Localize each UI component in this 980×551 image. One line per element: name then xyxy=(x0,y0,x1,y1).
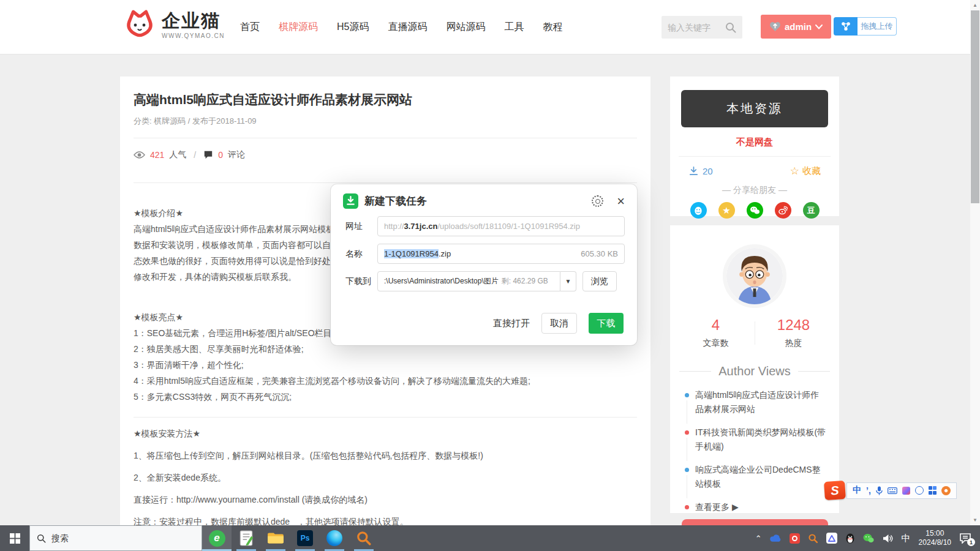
taskbar-clock[interactable]: 15:00 2024/8/10 xyxy=(919,529,951,547)
taskbar-app-image-search[interactable] xyxy=(349,525,379,551)
list-item[interactable]: 查看更多 ▶ xyxy=(685,500,827,514)
nav-item[interactable]: 教程 xyxy=(543,21,562,34)
destination-path-field[interactable]: :\Users\Administrator\Desktop\图片 剩: 462.… xyxy=(377,271,560,291)
ime-skin-icon[interactable] xyxy=(902,487,910,495)
share-douban-icon[interactable]: 豆 xyxy=(803,202,820,219)
admin-account-button[interactable]: admin xyxy=(761,15,831,39)
nav-item[interactable]: 棋牌源码 xyxy=(279,21,318,34)
download-task-icon xyxy=(343,193,358,209)
list-item[interactable]: 响应式高端企业公司DedeCMS整站模板 xyxy=(685,463,827,491)
scrollbar-down-arrow[interactable]: ▼ xyxy=(970,517,980,523)
taskbar-app-notepad[interactable] xyxy=(232,525,261,551)
site-logo[interactable]: 企业猫 WWW.QYMAO.CN xyxy=(123,8,225,42)
search-icon[interactable] xyxy=(725,22,736,33)
tray-360-icon[interactable] xyxy=(790,533,800,544)
eye-icon xyxy=(134,151,145,159)
share-weibo-icon[interactable] xyxy=(775,202,791,219)
list-item[interactable]: 高端html5响应式自适应设计师作品素材展示网站 xyxy=(685,388,827,416)
local-resource-card: 本地资源 不是网盘 20 ☆ 收藏 — 分享给朋友 — ★ xyxy=(670,77,839,216)
ime-toolbox-icon[interactable] xyxy=(929,486,937,495)
new-download-task-dialog: 新建下载任务 × 网址 http://3.71jc.cn/uploads/sof… xyxy=(331,184,637,345)
template-install-section: ★模板安装方法★1、将压缩包上传到空间，解压到网站根目录。(压缩包包括整站代码,… xyxy=(134,422,637,533)
favorite-label: 收藏 xyxy=(802,165,821,177)
author-card: 4 文章数 1248 热度 Author Views 高端html5响应式自适应… xyxy=(670,225,839,513)
taskbar-app-edge[interactable] xyxy=(320,525,349,551)
action-center-icon[interactable]: 1 xyxy=(959,533,971,544)
main-nav: 首页棋牌源码H5源码直播源码网站源码工具教程 xyxy=(240,0,562,54)
start-button[interactable] xyxy=(0,525,29,551)
scrollbar-up-arrow[interactable]: ▲ xyxy=(970,2,980,8)
ime-keyboard-icon[interactable] xyxy=(888,487,897,494)
sogou-logo-icon[interactable]: S xyxy=(824,481,846,500)
ime-punctuation-icon[interactable]: ’, xyxy=(866,485,871,495)
netdisk-icon xyxy=(834,17,858,36)
taskbar-search-box[interactable] xyxy=(29,525,202,551)
tray-app-icon[interactable] xyxy=(826,533,837,544)
article-text-line: 5：多元素CSS3特效，网页不再死气沉沉; xyxy=(134,389,637,405)
url-scheme: http:// xyxy=(384,222,404,231)
article-stats: 421 人气 / 0 评论 xyxy=(134,138,637,171)
browser-scrollbar[interactable]: ▲ ▼ xyxy=(970,0,980,525)
taskbar-app-photoshop[interactable]: Ps xyxy=(290,525,320,551)
bullet-icon xyxy=(685,430,689,435)
list-item-text: 查看更多 ▶ xyxy=(695,502,739,512)
360-browser-icon: e xyxy=(209,530,225,547)
tray-wechat-icon[interactable] xyxy=(863,533,874,543)
notification-count-badge: 1 xyxy=(967,538,975,546)
nav-item[interactable]: 首页 xyxy=(240,21,260,34)
nav-item[interactable]: 网站源码 xyxy=(446,21,485,34)
photoshop-icon: Ps xyxy=(297,530,313,546)
url-path: /uploads/soft/181109/1-1Q1091R954.zip xyxy=(437,222,579,231)
volume-icon[interactable] xyxy=(882,534,894,543)
browse-button[interactable]: 浏览 xyxy=(582,271,617,291)
tray-cloud-icon[interactable] xyxy=(770,534,782,542)
url-host: 3.71jc.cn xyxy=(404,222,438,231)
settings-gear-icon[interactable] xyxy=(592,195,603,207)
share-wechat-icon[interactable] xyxy=(747,202,763,219)
author-views-heading: Author Views xyxy=(670,364,839,378)
destination-label: 下载到 xyxy=(345,276,377,287)
drag-upload-button[interactable]: 拖拽上传 xyxy=(834,17,897,36)
header-search-box[interactable] xyxy=(662,16,742,39)
folder-icon xyxy=(267,531,284,545)
destination-dropdown-arrow[interactable]: ▼ xyxy=(560,271,576,291)
upload-label: 拖拽上传 xyxy=(858,17,897,36)
notepad-icon xyxy=(239,530,254,546)
views-label: 人气 xyxy=(169,149,186,160)
cancel-button[interactable]: 取消 xyxy=(541,313,577,334)
nav-item[interactable]: H5源码 xyxy=(337,21,369,34)
share-qq-icon[interactable] xyxy=(690,202,707,219)
tray-magnifier-icon[interactable] xyxy=(808,533,818,544)
author-avatar[interactable] xyxy=(726,248,783,304)
nav-item[interactable]: 直播源码 xyxy=(388,21,427,34)
orange-magnifier-icon xyxy=(356,530,372,546)
download-count-link[interactable]: 20 xyxy=(688,166,713,176)
ime-help-icon[interactable]: ☻ xyxy=(941,486,951,495)
taskbar-app-360-browser[interactable]: e xyxy=(202,525,232,551)
close-icon[interactable]: × xyxy=(617,196,625,207)
ime-emoji-icon[interactable] xyxy=(915,486,924,495)
articles-label: 文章数 xyxy=(695,338,737,349)
tray-expand-icon[interactable]: ⌃ xyxy=(755,534,762,543)
taskbar-search-input[interactable] xyxy=(51,533,174,543)
list-item[interactable]: IT科技资讯新闻类织梦网站模板(带手机端) xyxy=(685,425,827,454)
tray-qq-icon[interactable] xyxy=(845,533,855,544)
local-resource-button[interactable]: 本地资源 xyxy=(681,90,828,127)
ime-microphone-icon[interactable] xyxy=(876,486,883,495)
favorite-button[interactable]: ☆ 收藏 xyxy=(790,165,821,178)
open-directly-button[interactable]: 直接打开 xyxy=(493,318,530,329)
member-badge-icon xyxy=(769,21,781,32)
filename-field[interactable]: 1-1Q1091R954.zip 605.30 KB xyxy=(377,244,625,264)
taskbar-app-file-explorer[interactable] xyxy=(261,525,290,551)
ime-chinese-mode-icon[interactable]: 中 xyxy=(853,485,861,496)
logo-subtitle: WWW.QYMAO.CN xyxy=(162,32,225,39)
search-input[interactable] xyxy=(668,23,725,32)
download-button[interactable]: 下载 xyxy=(589,313,624,334)
share-qzone-icon[interactable]: ★ xyxy=(718,202,735,219)
ime-indicator[interactable]: 中 xyxy=(902,533,911,544)
scrollbar-thumb[interactable] xyxy=(971,10,979,203)
nav-item[interactable]: 工具 xyxy=(504,21,524,34)
share-row: ★ 豆 xyxy=(670,202,839,219)
url-field[interactable]: http://3.71jc.cn/uploads/soft/181109/1-1… xyxy=(377,216,625,236)
article-text-line: 2、全新安装dede系统。 xyxy=(134,467,637,489)
